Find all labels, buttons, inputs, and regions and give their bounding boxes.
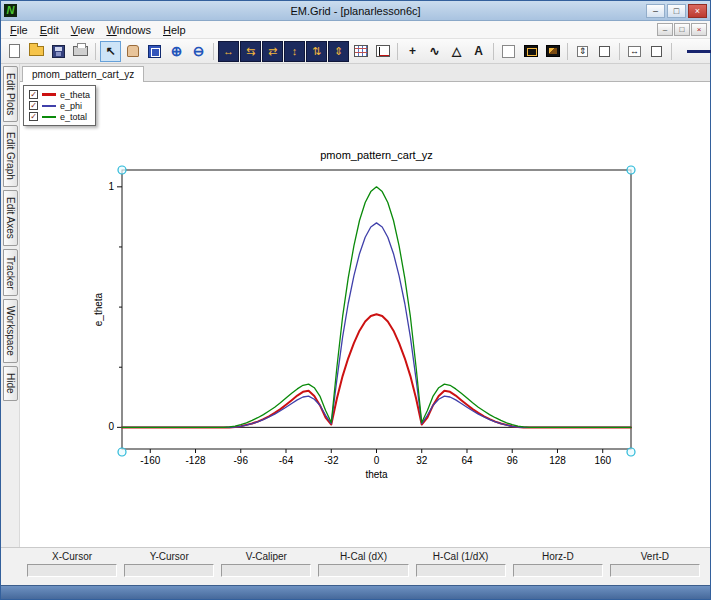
- readout-column: X-Cursor: [27, 551, 117, 582]
- add-marker-icon: +: [409, 45, 416, 57]
- v-caliper-icon: ⇕: [577, 46, 589, 57]
- x-tick-label: 96: [507, 455, 519, 466]
- title-bar[interactable]: N EM.Grid - [planarlesson6c] – □ ×: [1, 1, 710, 21]
- window-title: EM.Grid - [planarlesson6c]: [1, 5, 710, 17]
- sidebar-tab-workspace[interactable]: Workspace: [3, 299, 18, 363]
- delta-tool-icon[interactable]: △: [446, 41, 467, 62]
- x-tick-label: 64: [461, 455, 473, 466]
- scroll-y-icon[interactable]: ⇅: [306, 41, 327, 62]
- plot-area[interactable]: [122, 170, 631, 449]
- menu-help[interactable]: Help: [157, 23, 192, 37]
- layout-dropdown-button[interactable]: Layout: [680, 43, 711, 59]
- v-caliper-toggle-icon[interactable]: [594, 41, 615, 62]
- annotate-pen-icon: [502, 45, 515, 58]
- menu-edit[interactable]: Edit: [34, 23, 65, 37]
- sidebar-tab-edit-plots[interactable]: Edit Plots: [3, 66, 18, 122]
- chart[interactable]: pmom_pattern_cart_yz-160-128-96-64-32032…: [40, 137, 680, 487]
- sidebar-tab-tracker[interactable]: Tracker: [3, 249, 18, 297]
- selection-handle[interactable]: [118, 166, 126, 174]
- zoom-in-icon[interactable]: ⊕: [166, 41, 187, 62]
- readout-value-h-cal-1dx: [416, 564, 506, 577]
- fit-x-icon[interactable]: ⇄: [262, 41, 283, 62]
- app-logo-icon: N: [4, 4, 17, 17]
- toolbar-separator: [619, 43, 620, 60]
- selection-handle[interactable]: [627, 166, 635, 174]
- maximize-button[interactable]: □: [667, 4, 686, 18]
- fit-y-icon[interactable]: ⇕: [328, 41, 349, 62]
- curve-tool-icon[interactable]: ∿: [424, 41, 445, 62]
- pointer-icon[interactable]: ↖: [100, 41, 121, 62]
- checkbox-checked-icon[interactable]: ✓: [29, 112, 38, 121]
- readout-value-y-cursor: [124, 564, 214, 577]
- legend-label-e-total: e_total: [60, 112, 87, 122]
- selection-handle[interactable]: [627, 448, 635, 456]
- sidebar-tab-edit-axes[interactable]: Edit Axes: [3, 190, 18, 246]
- expand-y-icon[interactable]: ↕: [284, 41, 305, 62]
- series-e_phi-line[interactable]: [122, 223, 631, 428]
- h-caliper-toggle-icon: [651, 46, 662, 57]
- fit-x-icon: ⇄: [268, 46, 277, 57]
- grid-icon: [354, 45, 368, 57]
- y-tick-label: 1: [108, 181, 114, 192]
- app-window: N EM.Grid - [planarlesson6c] – □ × File …: [0, 0, 711, 600]
- readout-header-x-cursor: X-Cursor: [52, 551, 92, 562]
- scroll-x-icon[interactable]: ⇆: [240, 41, 261, 62]
- open-icon[interactable]: [26, 41, 47, 62]
- selection-handle[interactable]: [118, 448, 126, 456]
- image-window-icon[interactable]: [542, 41, 563, 62]
- menu-windows[interactable]: Windows: [100, 23, 157, 37]
- legend-box[interactable]: ✓ e_theta ✓ e_phi ✓ e_total: [23, 85, 96, 126]
- checkbox-checked-icon[interactable]: ✓: [29, 101, 38, 110]
- save-icon[interactable]: [48, 41, 69, 62]
- minimize-button[interactable]: –: [646, 4, 665, 18]
- x-tick-label: 32: [416, 455, 428, 466]
- curve-tool-icon: ∿: [429, 45, 439, 57]
- add-marker-icon[interactable]: +: [402, 41, 423, 62]
- cursor-readout-panel: X-Cursor Y-Cursor V-Caliper H-Cal (dX) H…: [1, 547, 710, 585]
- h-caliper-icon[interactable]: ↔: [624, 41, 645, 62]
- legend-row: ✓ e_total: [29, 111, 90, 122]
- plot-canvas[interactable]: ✓ e_theta ✓ e_phi ✓ e_total: [20, 82, 710, 547]
- annotate-pen-icon[interactable]: [498, 41, 519, 62]
- x-tick-label: -128: [186, 455, 206, 466]
- close-button[interactable]: ×: [688, 4, 707, 18]
- sidebar-tab-edit-graph[interactable]: Edit Graph: [3, 125, 18, 187]
- readout-header-h-cal-1dx: H-Cal (1/dX): [433, 551, 489, 562]
- readout-column: Y-Cursor: [124, 551, 214, 582]
- new-icon[interactable]: [4, 41, 25, 62]
- zoom-out-icon[interactable]: ⊖: [188, 41, 209, 62]
- v-caliper-icon[interactable]: ⇕: [572, 41, 593, 62]
- pan-hand-icon[interactable]: [122, 41, 143, 62]
- mdi-window-controls: – □ ×: [657, 23, 710, 36]
- readout-value-h-cal-dx: [318, 564, 408, 577]
- checkbox-checked-icon[interactable]: ✓: [29, 90, 38, 99]
- zoom-in-icon: ⊕: [171, 44, 183, 58]
- text-tool-icon[interactable]: A: [468, 41, 489, 62]
- print-icon[interactable]: [70, 41, 91, 62]
- data-window-icon[interactable]: [520, 41, 541, 62]
- readout-header-v-caliper: V-Caliper: [246, 551, 287, 562]
- expand-x-icon: ↔: [223, 46, 234, 57]
- legend-label-e-phi: e_phi: [60, 101, 82, 111]
- window-controls: – □ ×: [646, 4, 707, 18]
- mdi-minimize-button[interactable]: –: [657, 23, 673, 36]
- zoom-window-icon[interactable]: [144, 41, 165, 62]
- readout-header-y-cursor: Y-Cursor: [150, 551, 189, 562]
- expand-x-icon[interactable]: ↔: [218, 41, 239, 62]
- series-e_theta-line[interactable]: [122, 314, 631, 427]
- menu-view[interactable]: View: [65, 23, 101, 37]
- text-tool-icon: A: [474, 45, 483, 57]
- x-tick-label: -64: [279, 455, 294, 466]
- grid-icon[interactable]: [350, 41, 371, 62]
- h-caliper-toggle-icon[interactable]: [646, 41, 667, 62]
- axes-icon[interactable]: [372, 41, 393, 62]
- pointer-icon: ↖: [105, 45, 115, 57]
- readout-value-vert-d: [610, 564, 700, 577]
- menu-file[interactable]: File: [4, 23, 34, 37]
- toolbar: ↖⊕⊖↔⇆⇄↕⇅⇕+∿△A⇕↔ Layout: [1, 39, 710, 64]
- sidebar-tab-hide[interactable]: Hide: [3, 366, 18, 401]
- mdi-restore-button[interactable]: □: [674, 23, 690, 36]
- mdi-close-button[interactable]: ×: [691, 23, 707, 36]
- legend-row: ✓ e_theta: [29, 89, 90, 100]
- tab-pmom-pattern-cart-yz[interactable]: pmom_pattern_cart_yz: [22, 66, 144, 82]
